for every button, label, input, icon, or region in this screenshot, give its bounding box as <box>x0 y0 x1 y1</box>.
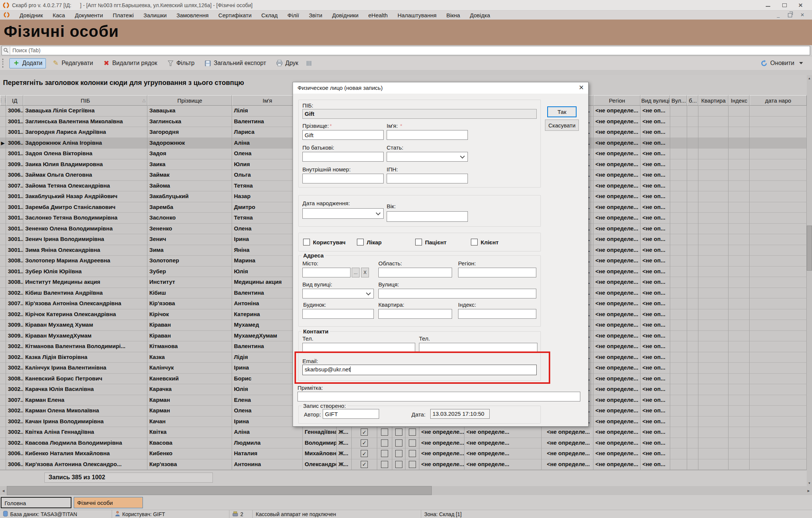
search-input[interactable] <box>10 47 810 53</box>
ok-button[interactable]: Так <box>547 106 577 117</box>
column-header-name[interactable]: Ім'я <box>232 95 303 106</box>
grid-checkbox-icon[interactable] <box>395 439 402 447</box>
column-header-region[interactable]: Регіон <box>593 95 640 106</box>
menu-item-8[interactable]: Філії <box>287 12 299 18</box>
search-icon[interactable] <box>2 47 10 55</box>
apartment-field[interactable] <box>378 309 452 319</box>
vertical-scrollbar[interactable]: ▲ ▼ <box>807 75 812 486</box>
scroll-up-icon[interactable]: ▲ <box>807 75 812 81</box>
menu-item-0[interactable]: Довідник <box>20 12 43 18</box>
grid-checkbox-icon[interactable] <box>409 450 416 457</box>
grid-checkbox-icon[interactable] <box>381 450 388 457</box>
column-header-index[interactable]: Індекс <box>729 95 750 106</box>
menu-item-11[interactable]: eHealth <box>368 12 388 18</box>
column-header-kvart[interactable]: Квартира <box>698 95 729 106</box>
menu-item-9[interactable]: Звіти <box>309 12 322 18</box>
dialog-close-icon[interactable]: × <box>579 83 584 92</box>
delete-row-button[interactable]: ✖ Видалити рядок <box>99 58 160 68</box>
scroll-left-icon[interactable]: ◄ <box>0 486 7 495</box>
menu-item-2[interactable]: Документи <box>75 12 103 18</box>
menu-item-12[interactable]: Налаштування <box>398 12 437 18</box>
print-button[interactable]: Друк <box>273 58 302 68</box>
grid-checkbox-icon[interactable] <box>409 429 416 436</box>
table-row[interactable]: 3002...Квасова Людмила ВолодимирівнаКвас… <box>0 438 807 449</box>
tab-persons[interactable]: Фізичні особи <box>74 497 143 508</box>
horizontal-scrollbar[interactable]: ◄ ► <box>0 486 812 495</box>
menu-item-1[interactable]: Каса <box>53 12 65 18</box>
role-client-checkbox[interactable]: Клієнт <box>471 239 499 245</box>
fio-field[interactable]: Gift <box>302 109 537 119</box>
age-field[interactable] <box>387 211 468 222</box>
sex-select[interactable] <box>387 152 468 162</box>
grid-checkbox-icon[interactable] <box>409 439 416 447</box>
building-field[interactable] <box>302 309 374 319</box>
menu-item-3[interactable]: Платежі <box>113 12 134 18</box>
ipn-field[interactable] <box>387 174 468 183</box>
author-field[interactable] <box>323 409 379 419</box>
grid-checkbox-icon[interactable] <box>395 461 402 468</box>
grid-checkbox-icon[interactable] <box>361 461 368 468</box>
street-field[interactable] <box>378 289 536 298</box>
table-row[interactable]: 3006...Кибенко Наталия МихайловнаКибенко… <box>0 448 807 459</box>
scroll-down-icon[interactable]: ▼ <box>807 480 812 486</box>
refresh-button[interactable]: Оновити <box>760 60 810 67</box>
close-button[interactable]: × <box>798 3 804 8</box>
horizontal-scroll-thumb[interactable] <box>7 486 432 495</box>
grid-checkbox-icon[interactable] <box>361 429 368 436</box>
mdi-minimize-icon[interactable]: _ <box>777 13 780 17</box>
grid-checkbox-icon[interactable] <box>395 429 402 436</box>
add-button[interactable]: + Додати <box>9 58 46 68</box>
menu-item-10[interactable]: Довідники <box>332 12 358 18</box>
oblast-field[interactable] <box>378 268 452 277</box>
cancel-button[interactable]: Скасувати <box>545 120 579 131</box>
grid-checkbox-icon[interactable] <box>361 450 368 457</box>
menu-item-14[interactable]: Довідка <box>470 12 490 18</box>
postal-index-field[interactable] <box>458 309 536 319</box>
column-header-id[interactable]: ІД <box>6 95 23 106</box>
column-header-surname[interactable]: Прізвище <box>147 95 232 106</box>
refresh-dropdown-icon[interactable] <box>799 62 803 64</box>
mdi-restore-icon[interactable] <box>788 13 792 17</box>
grid-checkbox-icon[interactable] <box>361 439 368 447</box>
city-field[interactable] <box>302 268 351 277</box>
grid-checkbox-icon[interactable] <box>381 439 388 447</box>
menu-item-5[interactable]: Замовлення <box>176 12 208 18</box>
birthdate-select[interactable] <box>302 208 384 219</box>
grid-checkbox-icon[interactable] <box>381 429 388 436</box>
column-header-fio[interactable]: ПІБ△ <box>23 95 147 106</box>
columns-icon[interactable] <box>305 60 313 67</box>
menu-item-6[interactable]: Сертифікати <box>219 12 252 18</box>
maximize-button[interactable] <box>782 3 787 8</box>
edit-button[interactable]: ✎ Редагувати <box>49 58 97 68</box>
street-type-select[interactable] <box>302 289 374 298</box>
column-header-street_type[interactable]: Вид вулиці <box>640 95 670 106</box>
grid-checkbox-icon[interactable] <box>381 461 388 468</box>
region-field[interactable] <box>458 268 536 277</box>
toolbar-drag-handle[interactable] <box>2 59 5 68</box>
city-clear-button[interactable]: X <box>361 268 369 277</box>
internal-number-field[interactable] <box>302 174 384 183</box>
table-row[interactable]: 3002...Квітка Аліна ГеннадіївнаКвіткаАлі… <box>0 427 807 438</box>
tab-main[interactable]: Головна <box>1 497 71 508</box>
role-patient-checkbox[interactable]: Пацієнт <box>415 239 446 245</box>
filter-button[interactable]: Фільтр <box>164 58 198 68</box>
patronymic-field[interactable] <box>302 152 384 162</box>
role-doctor-checkbox[interactable]: Лікар <box>357 239 382 245</box>
vertical-scroll-thumb[interactable] <box>807 226 812 271</box>
menu-item-13[interactable]: Вікна <box>446 12 460 18</box>
minimize-button[interactable] <box>765 3 771 8</box>
grid-checkbox-icon[interactable] <box>395 450 402 457</box>
note-field[interactable] <box>297 392 580 401</box>
column-header-data_nar[interactable]: дата наро <box>750 95 807 106</box>
table-row[interactable]: 3006...Кир'язова Антонина Олександро...К… <box>0 459 807 470</box>
column-header-vul[interactable]: Вул... <box>670 95 687 106</box>
surname-field[interactable] <box>302 130 384 140</box>
menu-item-4[interactable]: Залишки <box>144 12 167 18</box>
mdi-close-icon[interactable]: ✕ <box>800 13 804 17</box>
grid-checkbox-icon[interactable] <box>409 461 416 468</box>
scroll-right-icon[interactable]: ► <box>805 486 812 495</box>
role-user-checkbox[interactable]: Користувач <box>303 239 346 245</box>
export-button[interactable]: Загальний експорт <box>201 58 269 68</box>
menu-item-7[interactable]: Склад <box>261 12 278 18</box>
city-browse-button[interactable]: ... <box>352 268 360 277</box>
